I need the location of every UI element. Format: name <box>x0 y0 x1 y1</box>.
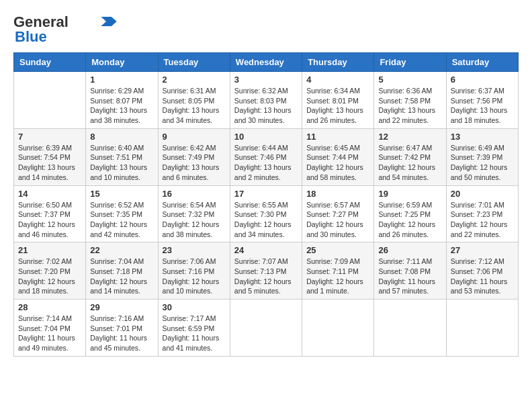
calendar-cell: 8Sunrise: 6:40 AM Sunset: 7:51 PM Daylig… <box>86 128 158 185</box>
day-number: 22 <box>90 245 153 255</box>
column-header-tuesday: Tuesday <box>158 53 230 72</box>
day-info: Sunrise: 6:59 AM Sunset: 7:25 PM Dayligh… <box>378 200 441 240</box>
day-info: Sunrise: 6:57 AM Sunset: 7:27 PM Dayligh… <box>306 200 369 240</box>
day-number: 14 <box>18 189 81 199</box>
calendar-cell: 25Sunrise: 7:09 AM Sunset: 7:11 PM Dayli… <box>302 242 374 300</box>
column-header-wednesday: Wednesday <box>230 53 302 72</box>
calendar-cell: 11Sunrise: 6:45 AM Sunset: 7:44 PM Dayli… <box>302 128 374 185</box>
calendar-cell: 7Sunrise: 6:39 AM Sunset: 7:54 PM Daylig… <box>14 128 86 185</box>
column-header-monday: Monday <box>86 53 158 72</box>
day-number: 8 <box>90 132 153 142</box>
logo-arrow-icon <box>101 17 117 26</box>
day-number: 13 <box>451 132 514 142</box>
page-header: General Blue <box>13 13 519 46</box>
day-info: Sunrise: 6:37 AM Sunset: 7:56 PM Dayligh… <box>451 86 514 126</box>
day-info: Sunrise: 7:01 AM Sunset: 7:23 PM Dayligh… <box>451 200 514 240</box>
calendar-cell: 24Sunrise: 7:07 AM Sunset: 7:13 PM Dayli… <box>230 242 302 300</box>
column-header-friday: Friday <box>374 53 446 72</box>
calendar-cell <box>230 300 302 357</box>
day-info: Sunrise: 6:29 AM Sunset: 8:07 PM Dayligh… <box>90 86 153 126</box>
calendar-cell: 28Sunrise: 7:14 AM Sunset: 7:04 PM Dayli… <box>14 300 86 357</box>
calendar-cell: 20Sunrise: 7:01 AM Sunset: 7:23 PM Dayli… <box>446 185 518 242</box>
calendar-week-row: 1Sunrise: 6:29 AM Sunset: 8:07 PM Daylig… <box>14 72 519 129</box>
day-number: 4 <box>306 75 369 85</box>
day-info: Sunrise: 7:07 AM Sunset: 7:13 PM Dayligh… <box>234 257 298 296</box>
svg-marker-0 <box>101 17 116 26</box>
day-number: 7 <box>18 132 81 142</box>
day-number: 12 <box>378 132 441 142</box>
calendar-cell: 4Sunrise: 6:34 AM Sunset: 8:01 PM Daylig… <box>302 72 374 129</box>
calendar-week-row: 28Sunrise: 7:14 AM Sunset: 7:04 PM Dayli… <box>14 300 519 357</box>
day-number: 25 <box>306 245 369 255</box>
day-number: 10 <box>234 132 298 142</box>
day-number: 9 <box>163 132 226 142</box>
logo-blue: Blue <box>13 28 47 46</box>
day-number: 20 <box>451 189 514 199</box>
column-header-thursday: Thursday <box>302 53 374 72</box>
calendar-cell: 10Sunrise: 6:44 AM Sunset: 7:46 PM Dayli… <box>230 128 302 185</box>
day-info: Sunrise: 7:02 AM Sunset: 7:20 PM Dayligh… <box>18 257 81 296</box>
day-info: Sunrise: 6:31 AM Sunset: 8:05 PM Dayligh… <box>163 86 226 126</box>
calendar-cell: 14Sunrise: 6:50 AM Sunset: 7:37 PM Dayli… <box>14 185 86 242</box>
calendar-cell: 3Sunrise: 6:32 AM Sunset: 8:03 PM Daylig… <box>230 72 302 129</box>
calendar-cell: 13Sunrise: 6:49 AM Sunset: 7:39 PM Dayli… <box>446 128 518 185</box>
calendar-cell <box>374 300 446 357</box>
day-info: Sunrise: 7:06 AM Sunset: 7:16 PM Dayligh… <box>163 257 226 296</box>
calendar-cell: 5Sunrise: 6:36 AM Sunset: 7:58 PM Daylig… <box>374 72 446 129</box>
day-info: Sunrise: 6:45 AM Sunset: 7:44 PM Dayligh… <box>306 143 369 183</box>
day-number: 11 <box>306 132 369 142</box>
calendar-cell: 27Sunrise: 7:12 AM Sunset: 7:06 PM Dayli… <box>446 242 518 300</box>
day-number: 6 <box>451 75 514 85</box>
day-info: Sunrise: 6:32 AM Sunset: 8:03 PM Dayligh… <box>234 86 298 126</box>
calendar-cell: 19Sunrise: 6:59 AM Sunset: 7:25 PM Dayli… <box>374 185 446 242</box>
calendar-cell: 18Sunrise: 6:57 AM Sunset: 7:27 PM Dayli… <box>302 185 374 242</box>
calendar-cell: 15Sunrise: 6:52 AM Sunset: 7:35 PM Dayli… <box>86 185 158 242</box>
calendar-cell: 16Sunrise: 6:54 AM Sunset: 7:32 PM Dayli… <box>158 185 230 242</box>
calendar-cell: 30Sunrise: 7:17 AM Sunset: 6:59 PM Dayli… <box>158 300 230 357</box>
calendar-cell: 9Sunrise: 6:42 AM Sunset: 7:49 PM Daylig… <box>158 128 230 185</box>
day-info: Sunrise: 6:44 AM Sunset: 7:46 PM Dayligh… <box>234 143 298 183</box>
calendar-cell: 23Sunrise: 7:06 AM Sunset: 7:16 PM Dayli… <box>158 242 230 300</box>
day-info: Sunrise: 6:54 AM Sunset: 7:32 PM Dayligh… <box>163 200 226 240</box>
day-number: 18 <box>306 189 369 199</box>
day-info: Sunrise: 7:14 AM Sunset: 7:04 PM Dayligh… <box>18 314 81 353</box>
day-number: 21 <box>18 245 81 255</box>
day-info: Sunrise: 6:34 AM Sunset: 8:01 PM Dayligh… <box>306 86 369 126</box>
day-info: Sunrise: 7:04 AM Sunset: 7:18 PM Dayligh… <box>90 257 153 296</box>
day-info: Sunrise: 7:12 AM Sunset: 7:06 PM Dayligh… <box>451 257 514 296</box>
day-number: 24 <box>234 245 298 255</box>
day-info: Sunrise: 6:42 AM Sunset: 7:49 PM Dayligh… <box>163 143 226 183</box>
day-info: Sunrise: 6:47 AM Sunset: 7:42 PM Dayligh… <box>378 143 441 183</box>
calendar-week-row: 21Sunrise: 7:02 AM Sunset: 7:20 PM Dayli… <box>14 242 519 300</box>
day-info: Sunrise: 6:52 AM Sunset: 7:35 PM Dayligh… <box>90 200 153 240</box>
calendar-header-row: SundayMondayTuesdayWednesdayThursdayFrid… <box>14 53 519 72</box>
day-info: Sunrise: 7:16 AM Sunset: 7:01 PM Dayligh… <box>90 314 153 353</box>
calendar-cell: 2Sunrise: 6:31 AM Sunset: 8:05 PM Daylig… <box>158 72 230 129</box>
calendar-cell: 17Sunrise: 6:55 AM Sunset: 7:30 PM Dayli… <box>230 185 302 242</box>
calendar-cell <box>302 300 374 357</box>
calendar-cell: 29Sunrise: 7:16 AM Sunset: 7:01 PM Dayli… <box>86 300 158 357</box>
calendar-cell <box>14 72 86 129</box>
calendar-cell: 6Sunrise: 6:37 AM Sunset: 7:56 PM Daylig… <box>446 72 518 129</box>
column-header-sunday: Sunday <box>14 53 86 72</box>
day-number: 23 <box>163 245 226 255</box>
day-number: 19 <box>378 189 441 199</box>
day-number: 1 <box>90 75 153 85</box>
column-header-saturday: Saturday <box>446 53 518 72</box>
logo: General Blue <box>13 13 117 46</box>
day-number: 3 <box>234 75 298 85</box>
day-number: 26 <box>378 245 441 255</box>
day-info: Sunrise: 7:09 AM Sunset: 7:11 PM Dayligh… <box>306 257 369 296</box>
day-info: Sunrise: 6:49 AM Sunset: 7:39 PM Dayligh… <box>451 143 514 183</box>
calendar-week-row: 7Sunrise: 6:39 AM Sunset: 7:54 PM Daylig… <box>14 128 519 185</box>
calendar-table: SundayMondayTuesdayWednesdayThursdayFrid… <box>13 52 519 357</box>
calendar-cell: 26Sunrise: 7:11 AM Sunset: 7:08 PM Dayli… <box>374 242 446 300</box>
day-number: 29 <box>90 302 153 312</box>
calendar-cell: 1Sunrise: 6:29 AM Sunset: 8:07 PM Daylig… <box>86 72 158 129</box>
day-info: Sunrise: 7:11 AM Sunset: 7:08 PM Dayligh… <box>378 257 441 296</box>
day-number: 28 <box>18 302 81 312</box>
day-info: Sunrise: 7:17 AM Sunset: 6:59 PM Dayligh… <box>163 314 226 353</box>
day-number: 30 <box>163 302 226 312</box>
calendar-cell: 21Sunrise: 7:02 AM Sunset: 7:20 PM Dayli… <box>14 242 86 300</box>
day-info: Sunrise: 6:40 AM Sunset: 7:51 PM Dayligh… <box>90 143 153 183</box>
